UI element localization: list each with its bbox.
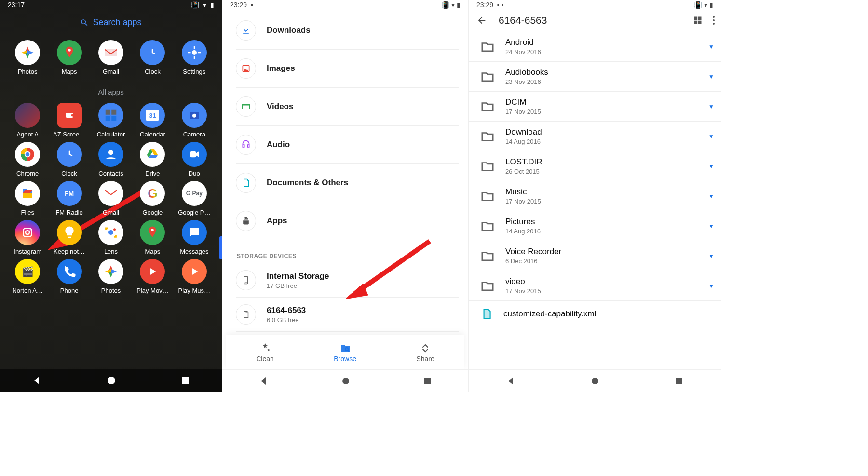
back-icon[interactable] <box>259 376 269 386</box>
doc-icon <box>241 178 251 188</box>
app-contacts[interactable]: Contacts <box>90 142 132 177</box>
home-icon[interactable] <box>107 376 116 385</box>
app-calendar[interactable]: 31Calendar <box>132 103 173 138</box>
chevron-down-icon[interactable]: ▼ <box>708 223 714 230</box>
app-maps[interactable]: Maps <box>48 40 90 75</box>
app-gmail-2[interactable]: Gmail <box>90 181 132 216</box>
app-play-music[interactable]: Play Mus… <box>174 259 215 294</box>
app-lens[interactable]: Lens <box>90 220 132 255</box>
svg-point-45 <box>713 23 715 25</box>
nav-bar <box>469 369 721 392</box>
home-icon[interactable] <box>341 377 350 385</box>
svg-point-44 <box>713 19 715 21</box>
app-photos-2[interactable]: Photos <box>90 259 132 294</box>
folder-row[interactable]: Download14 Aug 2016 ▼ <box>469 122 721 151</box>
app-google-pay[interactable]: G PayGoogle P… <box>174 181 215 216</box>
tab-browse[interactable]: Browse <box>334 342 356 363</box>
app-keep[interactable]: Keep not… <box>48 220 90 255</box>
tab-clean[interactable]: Clean <box>256 342 274 363</box>
folder-row[interactable]: Pictures14 Aug 2016 ▼ <box>469 211 721 241</box>
nav-bar <box>222 369 468 392</box>
more-menu-icon[interactable] <box>712 15 715 25</box>
tab-share[interactable]: Share <box>416 342 434 363</box>
status-bar: 23:17 📳 ▾ ▮ <box>0 0 222 9</box>
app-gmail[interactable]: Gmail <box>90 40 132 75</box>
chevron-down-icon[interactable]: ▼ <box>708 133 714 140</box>
chevron-down-icon[interactable]: ▼ <box>708 193 714 200</box>
chevron-down-icon[interactable]: ▼ <box>708 73 714 80</box>
svg-point-26 <box>151 229 154 231</box>
app-duo[interactable]: Duo <box>174 142 215 177</box>
share-icon <box>420 342 431 354</box>
app-drive[interactable]: Drive <box>132 142 173 177</box>
back-icon[interactable] <box>32 376 42 385</box>
app-instagram[interactable]: Instagram <box>7 220 48 255</box>
chevron-down-icon[interactable]: ▼ <box>708 283 714 289</box>
app-clock-2[interactable]: Clock <box>48 142 90 177</box>
app-chrome[interactable]: Chrome <box>7 142 48 177</box>
battery-icon: ▮ <box>210 1 214 9</box>
folder-icon <box>480 40 495 54</box>
folder-row[interactable]: DCIM17 Nov 2015 ▼ <box>469 92 721 122</box>
category-videos[interactable]: Videos <box>236 88 459 126</box>
app-az-screen[interactable]: AZ Scree… <box>48 103 90 138</box>
app-calculator[interactable]: Calculator <box>90 103 132 138</box>
folder-list: Android24 Nov 2016 ▼ Audiobooks23 Nov 20… <box>469 32 721 301</box>
recents-icon[interactable] <box>181 376 190 385</box>
status-time: 23:17 <box>8 1 25 9</box>
folder-row[interactable]: video17 Nov 2015 ▼ <box>469 271 721 301</box>
app-clock[interactable]: Clock <box>132 40 173 75</box>
storage-internal[interactable]: Internal Storage17 GB free <box>236 263 459 298</box>
back-icon[interactable] <box>506 376 516 386</box>
app-maps-2[interactable]: Maps <box>132 220 173 255</box>
chevron-down-icon[interactable]: ▼ <box>708 253 714 259</box>
folder-row[interactable]: Voice Recorder6 Dec 2016 ▼ <box>469 241 721 271</box>
recents-icon[interactable] <box>423 377 432 385</box>
recents-icon[interactable] <box>675 377 683 385</box>
app-messages[interactable]: Messages <box>174 220 215 255</box>
chevron-down-icon[interactable]: ▼ <box>708 163 714 170</box>
app-play-movies[interactable]: Play Mov… <box>132 259 173 294</box>
folder-icon <box>480 69 495 84</box>
svg-rect-11 <box>106 116 110 121</box>
category-images[interactable]: Images <box>236 50 459 88</box>
folder-row[interactable]: Audiobooks23 Nov 2016 ▼ <box>469 62 721 92</box>
folder-icon <box>480 279 495 293</box>
app-norton[interactable]: 🎬Norton A… <box>7 259 48 294</box>
favorites-grid: Photos Maps Gmail Clock Settings <box>0 30 222 75</box>
category-audio[interactable]: Audio <box>236 126 459 164</box>
search-apps[interactable]: Search apps <box>63 17 159 27</box>
svg-point-24 <box>108 230 113 235</box>
app-fm-radio[interactable]: FMFM Radio <box>48 181 90 216</box>
storage-sdcard[interactable]: 6164-65636.0 GB free <box>236 298 459 332</box>
chevron-down-icon[interactable]: ▼ <box>708 43 714 50</box>
back-arrow-icon[interactable] <box>476 15 487 26</box>
app-photos[interactable]: Photos <box>7 40 48 75</box>
folder-row[interactable]: Android24 Nov 2016 ▼ <box>469 32 721 62</box>
all-apps-header: All apps <box>0 88 222 96</box>
folder-row[interactable]: Music17 Nov 2015 ▼ <box>469 181 721 211</box>
grid-view-icon[interactable] <box>693 15 703 25</box>
app-files[interactable]: Files <box>7 181 48 216</box>
phone-icon <box>242 276 250 285</box>
category-documents[interactable]: Documents & Others <box>236 164 459 202</box>
status-time: 23:29 <box>476 1 493 9</box>
status-bar: 23:29 ▪ 📳 ▾ ▮ <box>222 0 468 9</box>
svg-point-25 <box>113 228 116 231</box>
app-settings[interactable]: Settings <box>174 40 215 75</box>
app-agent-a[interactable]: Agent A <box>7 103 48 138</box>
svg-point-0 <box>68 49 71 52</box>
files-browse-screen: 23:29 ▪ 📳 ▾ ▮ Downloads Images Videos Au… <box>222 0 468 392</box>
file-item-partial[interactable]: customized-capability.xml <box>503 309 596 319</box>
app-phone[interactable]: Phone <box>48 259 90 294</box>
bottom-tabs: Clean Browse Share <box>226 335 464 369</box>
folder-icon <box>480 189 495 204</box>
svg-rect-6 <box>198 52 201 54</box>
app-google[interactable]: GGoogle <box>132 181 173 216</box>
home-icon[interactable] <box>591 377 599 385</box>
app-camera[interactable]: Camera <box>174 103 215 138</box>
category-apps[interactable]: Apps <box>236 202 459 240</box>
folder-row[interactable]: LOST.DIR26 Oct 2015 ▼ <box>469 151 721 181</box>
chevron-down-icon[interactable]: ▼ <box>708 103 714 110</box>
category-downloads[interactable]: Downloads <box>236 12 459 50</box>
